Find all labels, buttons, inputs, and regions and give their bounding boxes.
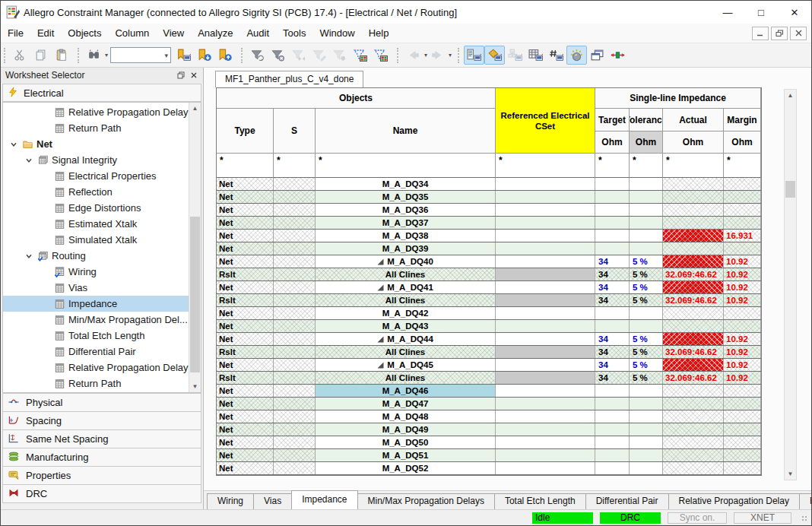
cell-margin[interactable]	[724, 242, 761, 255]
cell-tolerance[interactable]	[630, 410, 663, 423]
cell-referenced-cset[interactable]	[496, 372, 595, 384]
cell-tolerance[interactable]: 5 %	[630, 333, 663, 345]
cell-s[interactable]	[274, 320, 316, 332]
cell-type[interactable]: Rslt	[217, 346, 274, 358]
table-scroll-thumb[interactable]	[785, 181, 795, 198]
cell-name[interactable]: M_A_DQ43	[316, 320, 496, 332]
tree-scrollbar[interactable]: ▲ ▼	[189, 103, 201, 392]
worksheet-tab-wiring[interactable]: Wiring	[207, 493, 254, 509]
worksheet-tab-return-path[interactable]: Return Path	[799, 493, 812, 509]
chevron-down-icon[interactable]	[23, 252, 35, 260]
cell-s[interactable]	[274, 436, 316, 448]
cell-referenced-cset[interactable]	[496, 385, 595, 397]
cell-type[interactable]: Net	[217, 178, 274, 190]
cell-target[interactable]	[595, 230, 630, 242]
cell-referenced-cset[interactable]	[496, 204, 595, 216]
cell-name[interactable]: All Clines	[316, 294, 496, 306]
menu-file[interactable]: File	[1, 24, 30, 43]
menu-view[interactable]: View	[156, 24, 191, 43]
cell-type[interactable]: Net	[217, 204, 274, 216]
cell-referenced-cset[interactable]	[496, 191, 595, 203]
cell-actual[interactable]	[663, 436, 724, 448]
bookmark-prev-icon[interactable]	[214, 46, 235, 65]
worksheet-tab-impedance[interactable]: Impedance	[291, 490, 357, 509]
cell-name[interactable]: M_A_DQ41	[316, 281, 496, 293]
cell-referenced-cset[interactable]	[496, 217, 595, 229]
domain-spacing-button[interactable]: Spacing	[2, 411, 201, 430]
cell-actual[interactable]	[663, 178, 724, 190]
cell-referenced-cset[interactable]	[496, 320, 595, 332]
domain-drc-button[interactable]: DRC	[2, 484, 201, 503]
cell-margin[interactable]: 10.92	[724, 346, 761, 358]
domain-properties-button[interactable]: Properties	[2, 466, 201, 485]
cell-margin[interactable]	[724, 462, 761, 474]
header-actual[interactable]: Actual	[663, 109, 724, 132]
menu-tools[interactable]: Tools	[276, 24, 312, 43]
filter-fail-icon[interactable]	[370, 46, 391, 65]
cell-target[interactable]: 34	[595, 346, 630, 358]
cell-tolerance[interactable]	[630, 204, 663, 216]
cell-actual[interactable]	[663, 333, 724, 345]
cell-referenced-cset[interactable]	[496, 281, 595, 293]
cell-referenced-cset[interactable]	[496, 178, 595, 190]
cell-actual[interactable]	[663, 230, 724, 242]
cell-target[interactable]	[595, 462, 630, 474]
cell-tolerance[interactable]	[630, 307, 663, 319]
filter-pass-icon[interactable]	[350, 46, 370, 65]
cell-type[interactable]: Net	[217, 423, 274, 436]
tree-scroll-down-icon[interactable]: ▼	[189, 381, 201, 392]
cell-actual[interactable]	[663, 423, 724, 436]
tree-item-routing[interactable]: Routing	[3, 248, 189, 264]
cell-referenced-cset[interactable]	[496, 423, 595, 436]
cell-name[interactable]: M_A_DQ52	[316, 462, 496, 474]
cell-type[interactable]: Net	[217, 217, 274, 229]
cell-name[interactable]: M_A_DQ36	[316, 204, 496, 216]
cell-margin[interactable]	[724, 307, 761, 319]
cell-margin[interactable]	[724, 410, 761, 423]
cell-type[interactable]: Net	[217, 359, 274, 371]
cell-referenced-cset[interactable]	[496, 359, 595, 371]
menu-analyze[interactable]: Analyze	[191, 24, 239, 43]
cell-target[interactable]	[595, 320, 630, 332]
header-objects-group[interactable]: Objects	[217, 88, 496, 109]
cell-target[interactable]	[595, 449, 630, 461]
header-tolerance[interactable]: Tolerance	[630, 109, 663, 132]
filter-edit-icon[interactable]	[309, 46, 329, 65]
cell-s[interactable]	[274, 423, 316, 436]
maximize-button[interactable]: □	[744, 1, 778, 24]
expand-marker-icon[interactable]	[377, 284, 384, 291]
cell-tolerance[interactable]: 5 %	[630, 268, 663, 280]
cell-referenced-cset[interactable]	[496, 333, 595, 345]
cell-type[interactable]: Net	[217, 255, 274, 268]
cell-margin[interactable]: 16.931	[724, 230, 761, 242]
tree-item-simulated-xtalk[interactable]: Simulated Xtalk	[3, 232, 189, 248]
cell-tolerance[interactable]	[630, 191, 663, 203]
cell-margin[interactable]	[724, 217, 761, 229]
filter-actual[interactable]: *	[663, 154, 724, 178]
cell-name[interactable]: M_A_DQ42	[316, 307, 496, 319]
cell-referenced-cset[interactable]	[496, 242, 595, 255]
worksheet-tab-differential-pair[interactable]: Differential Pair	[585, 493, 669, 509]
cell-tolerance[interactable]	[630, 217, 663, 229]
cell-referenced-cset[interactable]	[496, 294, 595, 306]
cell-tolerance[interactable]	[630, 398, 663, 410]
cell-s[interactable]	[274, 333, 316, 345]
cell-target[interactable]: 34	[595, 294, 630, 306]
cell-s[interactable]	[274, 410, 316, 423]
cell-target[interactable]	[595, 398, 630, 410]
cell-type[interactable]: Net	[217, 307, 274, 319]
cell-actual[interactable]	[663, 281, 724, 293]
header-referenced-cset[interactable]: Referenced Electrical CSet	[496, 88, 595, 154]
cell-referenced-cset[interactable]	[496, 230, 595, 242]
worksheet-tab-min-max-propagation-delays[interactable]: Min/Max Propagation Delays	[357, 493, 495, 509]
cell-tolerance[interactable]: 5 %	[630, 281, 663, 293]
cell-margin[interactable]	[724, 191, 761, 203]
copy-icon[interactable]	[30, 46, 51, 65]
cell-referenced-cset[interactable]	[496, 410, 595, 423]
expand-marker-icon[interactable]	[377, 362, 384, 369]
status-drc[interactable]: DRC	[600, 512, 661, 524]
cell-type[interactable]: Net	[217, 385, 274, 397]
cell-actual[interactable]	[663, 385, 724, 397]
cell-target[interactable]: 34	[595, 372, 630, 384]
menu-help[interactable]: Help	[362, 24, 396, 43]
